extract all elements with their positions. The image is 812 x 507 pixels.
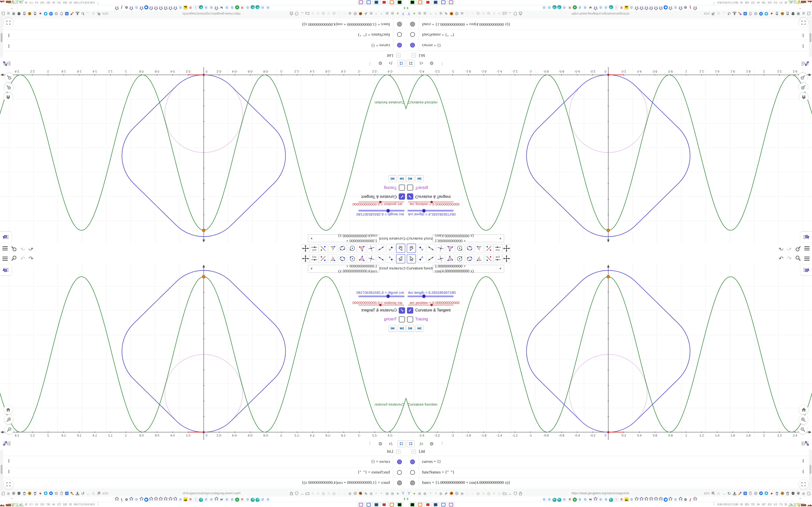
shield-gray-icon[interactable] (796, 491, 801, 496)
tab-favicon-ggb[interactable] (649, 497, 653, 502)
fwd-icon[interactable]: → (86, 11, 91, 16)
wrench-icon[interactable] (0, 11, 0, 16)
circ-icon[interactable]: ○ (481, 491, 486, 496)
tab-favicon-ggb[interactable] (154, 497, 158, 502)
visibility-toggle[interactable] (397, 22, 402, 27)
tab-favicon-G[interactable]: G (673, 5, 678, 10)
collapse-list-button[interactable]: − (396, 53, 400, 57)
tool-move[interactable] (396, 254, 405, 264)
globe-icon[interactable]: ⊕ (385, 11, 390, 16)
algebra-scrollbar-track[interactable] (0, 17, 3, 57)
tab-scroll-chevron[interactable]: ^ (11, 6, 12, 10)
style-panel-toggle[interactable] (0, 264, 12, 275)
gear-icon[interactable]: ⚙ (353, 491, 358, 496)
taskbar-app-5[interactable] (357, 502, 364, 507)
skip-to-end-button[interactable] (389, 175, 397, 182)
translate-blue-icon[interactable]: A (743, 491, 748, 496)
tab-favicon-ggb[interactable] (168, 5, 172, 10)
translate-icon[interactable]: A (96, 491, 101, 496)
tab-favicon-ggb[interactable] (159, 497, 163, 502)
reload-icon[interactable]: ↻ (727, 491, 731, 496)
shield-gray-icon[interactable] (11, 11, 16, 16)
tab-favicon-f[interactable]: f (120, 6, 124, 10)
fullscreen-button[interactable] (4, 480, 13, 489)
globe-icon[interactable]: ⊕ (369, 491, 373, 496)
tab-favicon-G[interactable]: G (577, 497, 582, 502)
tab-favicon-sphere[interactable] (609, 497, 613, 502)
taskbar-app-1[interactable] (388, 0, 395, 5)
tab-scroll-chevron[interactable]: ^ (11, 497, 12, 501)
taskbar-app-5[interactable] (448, 0, 455, 5)
visibility-toggle[interactable] (397, 470, 402, 475)
arc-length-slider[interactable] (407, 210, 454, 212)
tab-favicon-leaf[interactable]: ∨ (235, 5, 239, 10)
tab-favicon-ggb[interactable] (159, 5, 163, 10)
tab-favicon-leaf[interactable]: ∨ (235, 497, 239, 502)
faint-icon[interactable]: ○ (465, 11, 470, 16)
globe-icon[interactable]: ⊕ (369, 11, 373, 16)
tool-slider[interactable]: a=2 (494, 254, 502, 263)
globe-icon[interactable]: ⊕ (348, 11, 352, 16)
tab-favicon-sphere[interactable] (552, 5, 557, 10)
tab-favicon-ggb[interactable] (140, 497, 144, 502)
dot-green-icon[interactable]: ● (395, 11, 400, 16)
tab-favicon-ggb[interactable] (693, 497, 697, 502)
tool-reflect-about-line[interactable] (319, 244, 327, 253)
algebra-scrollbar-track[interactable] (809, 450, 812, 490)
add-blue-icon[interactable] (49, 491, 53, 496)
tab-favicon-Ya[interactable]: Я (619, 5, 624, 10)
undo-icon[interactable]: ↶ (779, 245, 783, 251)
tab-favicon-G[interactable]: G (178, 5, 183, 10)
reload-icon[interactable]: ↻ (81, 491, 85, 496)
more-options-icon[interactable]: ⋮ (368, 62, 372, 66)
redo-icon[interactable]: ↷ (20, 245, 25, 251)
algebra-row[interactable]: funcNames = {" "}••• (406, 30, 812, 39)
lock-icon[interactable] (289, 491, 294, 496)
download-icon[interactable] (75, 11, 80, 16)
settings-gear-button[interactable]: ⚙ (428, 60, 436, 67)
globe-icon[interactable]: ⊕ (460, 11, 464, 16)
back-icon[interactable]: ← (507, 11, 512, 16)
graphics-view[interactable]: -2.4-2.2-2-1.8-1.6-1.4-1.2-1-0.8-0.6-0.4… (406, 67, 812, 243)
algebra-row[interactable]: funcs = {1.000000000000 + cos(4.00000000… (0, 18, 406, 30)
globe-orange-icon[interactable] (780, 11, 785, 16)
globe-icon[interactable]: ⊕ (422, 11, 427, 16)
taskbar-app-1[interactable] (417, 0, 424, 5)
algebra-row[interactable]: funcNames = {" "}••• (0, 30, 406, 39)
tab-favicon-info[interactable]: i (614, 5, 618, 10)
home-button[interactable] (4, 405, 13, 414)
tab-favicon-G[interactable]: G (583, 497, 588, 502)
tool-line[interactable] (377, 254, 386, 263)
tab-favicon-ggb[interactable] (129, 497, 134, 502)
tab-favicon-G[interactable]: G (629, 5, 634, 10)
tab-favicon-ggb[interactable] (654, 497, 658, 502)
gear-icon[interactable]: ⚙ (753, 491, 758, 496)
tab-favicon-ggb[interactable] (594, 497, 598, 502)
fullscreen-button[interactable] (799, 18, 808, 27)
star-icon[interactable]: ☆ (716, 491, 721, 496)
taskbar-app-1[interactable] (388, 502, 395, 507)
algebra-scrollbar-track[interactable] (809, 17, 812, 57)
trash-icon[interactable] (22, 11, 27, 16)
circ-icon[interactable]: ○ (326, 11, 331, 16)
back-icon[interactable]: ← (300, 491, 305, 496)
collapse-list-button[interactable]: − (412, 450, 416, 454)
dropdown-caret-icon[interactable]: ▼ (499, 236, 502, 240)
graphics-view[interactable]: -2.4-2.2-2-1.8-1.6-1.4-1.2-1-0.8-0.6-0.4… (0, 67, 406, 243)
taskbar-app-3[interactable] (373, 0, 380, 5)
tab-favicon-bubble[interactable] (664, 497, 668, 502)
crayon-icon[interactable] (70, 11, 75, 16)
target-icon[interactable]: ⊙ (486, 491, 491, 496)
mouse-icon[interactable] (59, 491, 64, 496)
taskbar-app-4[interactable] (440, 502, 447, 507)
tab-favicon-Ya[interactable]: Я (619, 497, 624, 502)
tab-favicon-leaf[interactable]: ∨ (573, 497, 577, 502)
tab-favicon-G[interactable]: G (260, 497, 265, 502)
tool-move[interactable] (407, 254, 416, 264)
taskbar-app-5[interactable] (357, 0, 364, 5)
crayon-icon[interactable] (737, 11, 742, 16)
tab-favicon-sphere[interactable] (199, 5, 203, 10)
target-icon[interactable]: ⊙ (475, 491, 480, 496)
crayon-icon[interactable] (70, 491, 75, 496)
gauge-icon[interactable]: ◔ (428, 11, 433, 16)
